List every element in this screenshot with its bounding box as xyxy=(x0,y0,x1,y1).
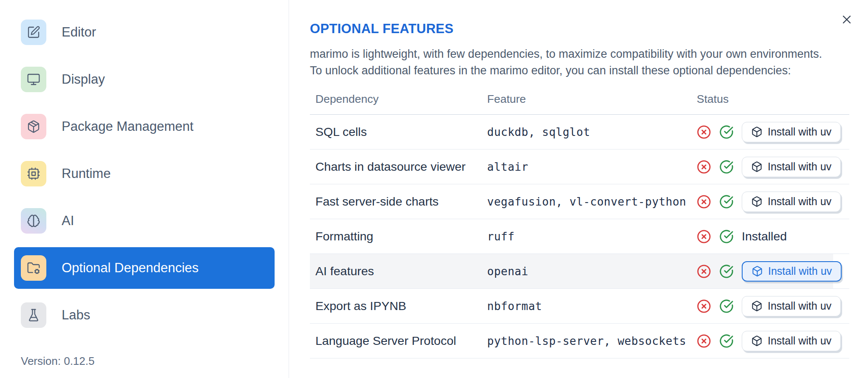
feature-packages: altair xyxy=(487,161,697,173)
table-row: AI features openai Install with uv xyxy=(310,254,849,289)
not-installed-icon xyxy=(697,334,711,348)
sidebar-item-editor[interactable]: Editor xyxy=(14,11,275,53)
feature-packages: openai xyxy=(487,265,697,278)
sidebar-item-label: Display xyxy=(62,72,105,87)
package-cube-icon xyxy=(752,265,763,277)
sidebar-item-icon-tile xyxy=(21,208,46,234)
sidebar-item-ai[interactable]: AI xyxy=(14,200,275,242)
install-with-uv-button[interactable]: Install with uv xyxy=(742,192,841,212)
settings-sidebar: Editor Display Package Management xyxy=(0,0,289,378)
not-installed-icon xyxy=(697,229,711,244)
install-button-label: Install with uv xyxy=(768,161,831,173)
status-cell: Install with uv xyxy=(697,157,849,177)
feature-packages: nbformat xyxy=(487,300,697,313)
install-with-uv-button[interactable]: Install with uv xyxy=(742,296,841,316)
package-icon xyxy=(27,120,40,133)
column-header-dependency: Dependency xyxy=(315,93,487,106)
sidebar-item-label: Labs xyxy=(62,307,90,323)
install-with-uv-button[interactable]: Install with uv xyxy=(742,261,842,282)
sidebar-item-icon-tile xyxy=(21,20,46,45)
folder-cog-icon xyxy=(27,261,40,275)
status-cell: Install with uv xyxy=(697,122,849,142)
package-cube-icon xyxy=(751,300,763,312)
table-header: Dependency Feature Status xyxy=(310,93,849,115)
install-button-label: Install with uv xyxy=(768,195,831,208)
dependencies-table: Dependency Feature Status SQL cells duck… xyxy=(310,93,849,358)
sidebar-item-runtime[interactable]: Runtime xyxy=(14,153,275,195)
sidebar-item-labs[interactable]: Labs xyxy=(14,294,275,336)
sidebar-item-icon-tile xyxy=(21,302,46,328)
not-installed-icon xyxy=(697,195,711,209)
sidebar-item-icon-tile xyxy=(21,114,46,139)
sidebar-item-optional-dependencies[interactable]: Optional Dependencies xyxy=(14,247,275,289)
sidebar-item-label: Package Management xyxy=(62,119,193,134)
column-header-status: Status xyxy=(697,93,849,106)
status-cell: Install with uv xyxy=(697,296,849,316)
sidebar-item-icon-tile xyxy=(21,67,46,92)
status-cell: Install with uv xyxy=(697,331,849,351)
dependency-name: AI features xyxy=(315,264,487,278)
status-cell: Installed xyxy=(697,229,849,244)
sidebar-item-label: AI xyxy=(62,213,74,228)
feature-packages: vegafusion, vl-convert-python xyxy=(487,195,697,208)
table-row: SQL cells duckdb, sqlglot Install with u… xyxy=(310,115,849,150)
table-body: SQL cells duckdb, sqlglot Install with u… xyxy=(310,115,849,358)
package-cube-icon xyxy=(751,196,763,207)
sidebar-item-label: Runtime xyxy=(62,166,111,181)
table-row: Formatting ruff Installed xyxy=(310,219,849,254)
install-with-uv-button[interactable]: Install with uv xyxy=(742,331,841,351)
description-line: To unlock additional features in the mar… xyxy=(310,62,849,79)
package-cube-icon xyxy=(751,126,763,138)
installed-icon xyxy=(719,334,734,348)
sidebar-item-icon-tile xyxy=(21,161,46,186)
feature-packages: duckdb, sqlglot xyxy=(487,126,697,138)
sidebar-item-display[interactable]: Display xyxy=(14,59,275,100)
close-icon xyxy=(840,13,854,26)
description-line: marimo is lightweight, with few dependen… xyxy=(310,46,849,62)
feature-packages: python-lsp-server, websockets xyxy=(487,335,697,347)
square-pen-icon xyxy=(27,25,40,39)
flask-icon xyxy=(27,308,40,322)
dependency-name: Fast server-side charts xyxy=(315,195,487,209)
dependency-name: Charts in datasource viewer xyxy=(315,160,487,174)
dependency-name: Language Server Protocol xyxy=(315,334,487,348)
installed-icon xyxy=(719,299,734,313)
package-cube-icon xyxy=(751,161,763,172)
page-title: OPTIONAL FEATURES xyxy=(310,21,849,37)
table-row: Language Server Protocol python-lsp-serv… xyxy=(310,324,849,358)
not-installed-icon xyxy=(697,160,711,174)
install-button-label: Install with uv xyxy=(768,265,832,277)
column-header-feature: Feature xyxy=(487,93,697,106)
brain-icon xyxy=(27,214,40,228)
installed-status-label: Installed xyxy=(742,229,787,243)
not-installed-icon xyxy=(697,125,711,139)
dependency-name: Export as IPYNB xyxy=(315,299,487,313)
sidebar-item-label: Editor xyxy=(62,25,96,40)
installed-icon xyxy=(719,160,734,174)
feature-packages: ruff xyxy=(487,230,697,243)
table-row: Fast server-side charts vegafusion, vl-c… xyxy=(310,184,849,219)
table-row: Export as IPYNB nbformat Install with uv xyxy=(310,289,849,324)
status-cell: Install with uv xyxy=(697,192,849,212)
not-installed-icon xyxy=(697,299,711,313)
dependency-name: Formatting xyxy=(315,229,487,243)
status-cell: Install with uv xyxy=(697,261,849,282)
cpu-icon xyxy=(27,167,40,181)
sidebar-item-label: Optional Dependencies xyxy=(62,260,199,276)
installed-icon xyxy=(719,264,734,279)
dependency-name: SQL cells xyxy=(315,125,487,139)
close-button[interactable] xyxy=(838,11,855,28)
sidebar-nav: Editor Display Package Management xyxy=(14,11,275,336)
table-row: Charts in datasource viewer altair Insta… xyxy=(310,150,849,184)
panel-description: marimo is lightweight, with few dependen… xyxy=(310,46,849,79)
installed-icon xyxy=(719,125,734,139)
install-with-uv-button[interactable]: Install with uv xyxy=(742,157,841,177)
install-with-uv-button[interactable]: Install with uv xyxy=(742,122,841,142)
installed-icon xyxy=(719,195,734,209)
optional-features-panel: OPTIONAL FEATURES marimo is lightweight,… xyxy=(289,0,868,378)
install-button-label: Install with uv xyxy=(768,335,831,347)
package-cube-icon xyxy=(751,335,763,347)
sidebar-item-icon-tile xyxy=(21,255,46,281)
install-button-label: Install with uv xyxy=(768,126,831,138)
sidebar-item-package-management[interactable]: Package Management xyxy=(14,106,275,147)
